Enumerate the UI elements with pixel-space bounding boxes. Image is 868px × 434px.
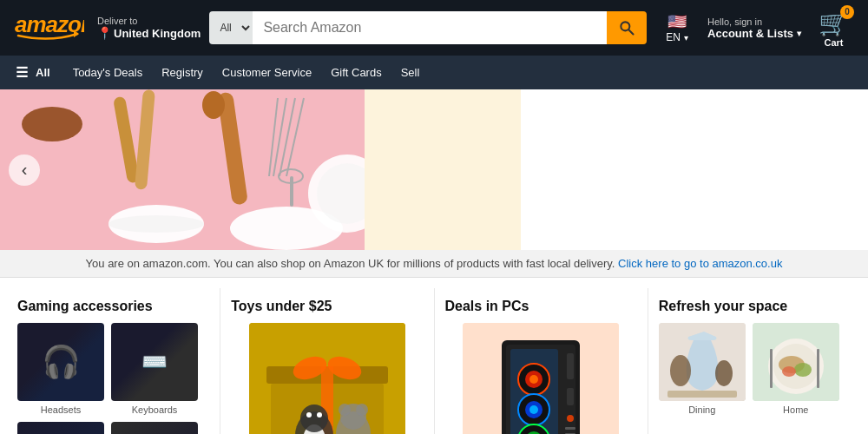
keyboard-label: Keyboards [132,404,178,415]
svg-point-30 [306,412,312,418]
amazon-logo[interactable]: amazon [10,7,89,49]
cart-label: Cart [824,37,843,48]
nav-registry[interactable]: Registry [160,62,205,82]
account-main: Account & Lists ▾ [707,27,801,40]
mouse-image: 🖱️ [17,422,104,434]
product-card-refresh[interactable]: Refresh your space Dini [648,288,861,434]
svg-rect-64 [770,349,773,388]
chevron-down-icon: ▾ [797,29,801,38]
svg-point-62 [794,363,812,377]
search-icon [618,19,635,36]
toys-svg [249,323,405,434]
home-item[interactable]: Home [753,323,839,415]
location-notice: You are on amazon.com. You can also shop… [0,250,868,278]
product-card-toys[interactable]: Toys under $25 [220,288,434,434]
chevron-icon: ▾ [684,33,688,43]
cart-icon: 🛒 0 [819,9,849,37]
svg-point-15 [108,215,204,233]
svg-point-5 [22,107,82,141]
svg-point-63 [782,366,796,377]
svg-point-29 [300,404,328,432]
svg-point-35 [356,404,368,416]
svg-point-42 [529,375,538,384]
svg-line-3 [629,30,634,35]
svg-point-57 [715,360,733,386]
amazon-uk-link[interactable]: Click here to go to amazon.co.uk [618,257,782,270]
pc-svg [463,323,619,434]
svg-rect-49 [567,353,574,379]
headset-label: Headsets [41,404,81,415]
hero-right [0,89,365,250]
keyboard-item[interactable]: ⌨️ Keyboards [111,323,198,415]
headphone-image2: 🎮 [111,422,198,434]
hero-prev-button[interactable]: ‹ [9,155,40,186]
svg-rect-55 [667,391,737,398]
nav-customer-service[interactable]: Customer Service [220,62,313,82]
account-area[interactable]: Hello, sign in Account & Lists ▾ [707,16,801,40]
search-bar: All [209,11,647,44]
svg-rect-50 [567,388,574,405]
gaming-images-2: 🖱️ 🎮 [17,422,209,434]
nav-bar: ☰ All Today's Deals Registry Customer Se… [0,56,868,89]
lang-code: EN ▾ [666,31,688,43]
refresh-images: Dining [659,323,851,415]
header: amazon Deliver to 📍 United Kingdom All 🇺… [0,0,868,56]
deliver-to-label: Deliver to [97,16,201,26]
svg-rect-13 [290,176,293,207]
nav-all-button[interactable]: ☰ All [10,61,56,84]
pcs-card-title: Deals in PCs [445,299,637,314]
search-button[interactable] [607,11,647,44]
headset-item[interactable]: 🎧 Headsets [17,323,104,415]
location-notice-text: You are on amazon.com. You can also shop… [86,257,615,270]
product-card-pcs[interactable]: Deals in PCs [435,288,648,434]
home-image [753,323,839,401]
toys-image [249,323,405,434]
product-card-gaming[interactable]: Gaming accessories 🎧 Headsets ⌨️ Keyboar… [7,288,220,434]
hamburger-icon: ☰ [16,64,28,81]
dining-svg [659,323,746,401]
search-input[interactable] [253,11,607,44]
home-svg [753,323,839,401]
svg-point-45 [529,405,538,414]
headset-image: 🎧 [17,323,104,401]
logo-text: amazon [10,7,89,49]
svg-point-51 [567,415,574,422]
pcs-image [463,323,619,434]
toys-image-area [231,323,423,434]
product-grid: Gaming accessories 🎧 Headsets ⌨️ Keyboar… [0,278,868,434]
nav-gift-cards[interactable]: Gift Cards [329,62,384,82]
svg-point-20 [202,91,225,119]
flag-icon: 🇺🇸 [667,12,687,31]
mouse-item[interactable]: 🖱️ [17,422,104,434]
language-selector[interactable]: 🇺🇸 EN ▾ [655,12,699,43]
nav-sell[interactable]: Sell [399,62,422,82]
pcs-image-area [445,323,637,434]
gaming-card-title: Gaming accessories [17,299,209,314]
home-label: Home [783,404,808,415]
nav-todays-deals[interactable]: Today's Deals [71,62,145,82]
svg-rect-65 [817,349,819,388]
cart-count: 0 [840,5,854,19]
deliver-location: 📍 United Kingdom [97,26,201,40]
svg-rect-52 [565,427,575,430]
kitchen-svg [0,89,365,250]
deliver-to-area[interactable]: Deliver to 📍 United Kingdom [97,16,201,40]
headphone-item2[interactable]: 🎮 [111,422,198,434]
keyboard-image: ⌨️ [111,323,198,401]
svg-point-34 [339,404,351,416]
cart-area[interactable]: 🛒 0 Cart [810,9,858,48]
hero-banner: Kitchen favorites under $50 [0,89,868,250]
search-category-select[interactable]: All [209,11,253,44]
dining-label: Dining [688,404,715,415]
toys-card-title: Toys under $25 [231,299,423,314]
dining-image [659,323,746,401]
svg-point-31 [317,412,322,418]
dining-item[interactable]: Dining [659,323,746,415]
account-hello: Hello, sign in [707,16,801,27]
refresh-card-title: Refresh your space [659,299,851,314]
gaming-images: 🎧 Headsets ⌨️ Keyboards [17,323,209,415]
svg-point-56 [670,355,691,386]
